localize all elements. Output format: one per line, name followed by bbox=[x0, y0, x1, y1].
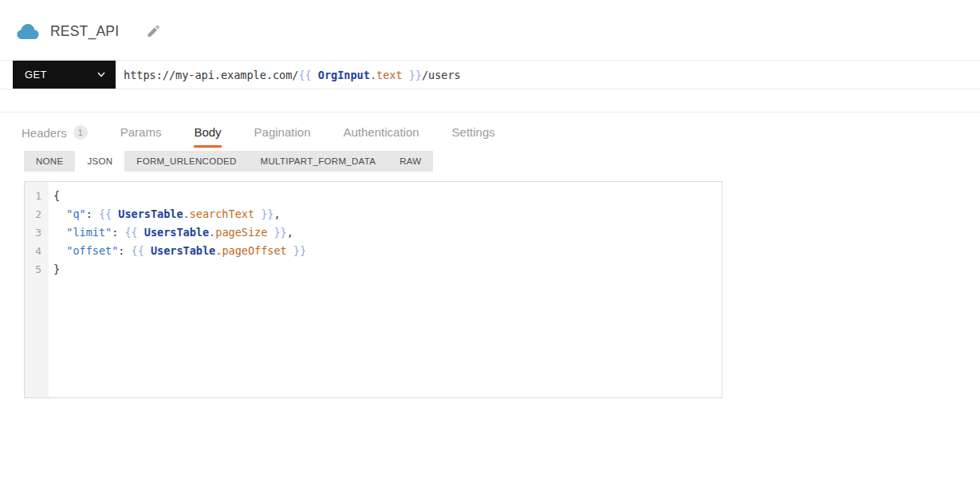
body-type-tab-multipart-form-data[interactable]: MULTIPART_FORM_DATA bbox=[249, 151, 388, 172]
code-line: 5} bbox=[25, 260, 722, 279]
code-content: { bbox=[49, 187, 60, 205]
line-number: 5 bbox=[25, 260, 49, 279]
edit-pencil-icon[interactable] bbox=[146, 25, 159, 38]
tab-params[interactable]: Params bbox=[120, 125, 162, 148]
tab-headers[interactable]: Headers 1 bbox=[22, 125, 88, 148]
line-number: 2 bbox=[25, 205, 49, 223]
code-lines: 1{2 "q": {{ UsersTable.searchText }},3 "… bbox=[25, 182, 722, 279]
code-content: } bbox=[49, 260, 60, 279]
code-line: 1{ bbox=[25, 187, 722, 205]
url-input[interactable]: https://my-api.example.com/{{ OrgInput.t… bbox=[116, 61, 980, 89]
rest-api-query-editor: REST_API GET https://my-api.example.com/… bbox=[0, 0, 980, 486]
request-bar: GET https://my-api.example.com/{{ OrgInp… bbox=[0, 60, 980, 89]
query-settings-tabs: Headers 1 Params Body Pagination Authent… bbox=[0, 113, 980, 148]
page-title: REST_API bbox=[50, 23, 119, 40]
tab-pagination[interactable]: Pagination bbox=[254, 125, 311, 148]
query-header: REST_API bbox=[0, 0, 980, 41]
http-method-label: GET bbox=[25, 69, 47, 81]
body-type-tab-form-urlencoded[interactable]: FORM_URLENCODED bbox=[124, 151, 248, 172]
line-number: 4 bbox=[25, 242, 49, 260]
code-line: 4 "offset": {{ UsersTable.pageOffset }} bbox=[25, 242, 722, 260]
code-line: 2 "q": {{ UsersTable.searchText }}, bbox=[25, 205, 722, 223]
http-method-select[interactable]: GET bbox=[13, 61, 116, 89]
body-type-tab-none[interactable]: NONE bbox=[24, 151, 75, 172]
code-content: "q": {{ UsersTable.searchText }}, bbox=[49, 205, 281, 223]
cloud-icon bbox=[16, 22, 40, 40]
line-number: 1 bbox=[25, 187, 49, 205]
json-body-code-editor[interactable]: 1{2 "q": {{ UsersTable.searchText }},3 "… bbox=[24, 181, 722, 398]
body-type-tab-json[interactable]: JSON bbox=[75, 151, 124, 172]
code-line: 3 "limit": {{ UsersTable.pageSize }}, bbox=[25, 223, 722, 242]
chevron-down-icon bbox=[97, 72, 105, 77]
body-type-tab-raw[interactable]: RAW bbox=[388, 151, 433, 172]
tab-body[interactable]: Body bbox=[194, 125, 221, 148]
headers-count-badge: 1 bbox=[73, 125, 88, 140]
body-type-tabs: NONE JSON FORM_URLENCODED MULTIPART_FORM… bbox=[24, 151, 980, 172]
code-content: "offset": {{ UsersTable.pageOffset }} bbox=[49, 242, 306, 260]
line-number: 3 bbox=[25, 223, 49, 242]
code-content: "limit": {{ UsersTable.pageSize }}, bbox=[49, 223, 293, 242]
tab-settings[interactable]: Settings bbox=[452, 125, 495, 148]
tab-authentication[interactable]: Authentication bbox=[344, 125, 419, 148]
